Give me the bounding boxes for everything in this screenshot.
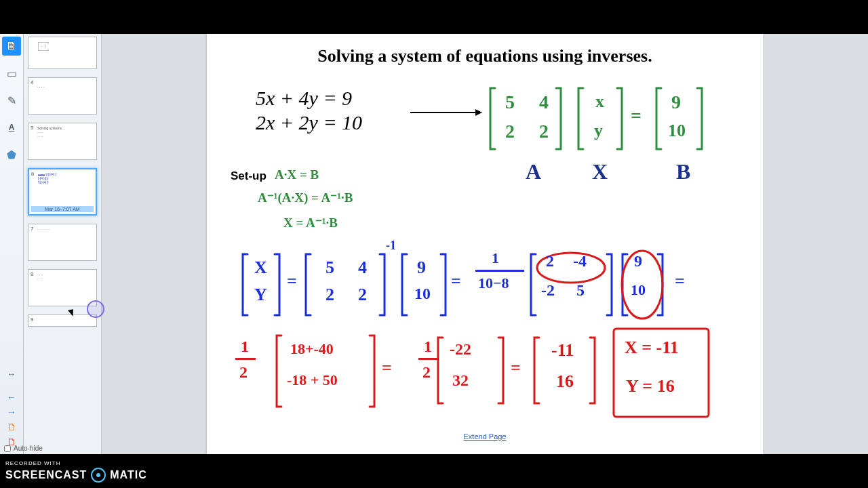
detnum: 1 [492,249,499,267]
label-X: X [592,159,608,184]
m21: 32 [452,371,469,390]
B0: 9 [417,258,426,278]
half1n: 1 [241,338,249,356]
thumbnail[interactable]: 9 [28,314,97,327]
xy-1: Y [254,285,267,305]
add-page-icon[interactable]: 🗋 [4,422,19,434]
A01: 4 [358,258,367,278]
half2n: 1 [424,338,432,356]
A11: 2 [358,285,367,305]
text-tool-icon[interactable]: A [2,118,21,137]
matrix-A-01: 4 [539,92,549,113]
thumbnail[interactable]: 5 Solving systems…··· ······ ··· [28,123,97,160]
shapes-tool-icon[interactable]: ⬟ [2,145,21,164]
whiteboard-page[interactable]: Solving a system of equations using inve… [207,34,763,454]
B1: 10 [414,285,431,303]
recorder-watermark: RECORDED WITH SCREENCAST MATIC [5,460,147,483]
matrix-A-10: 2 [505,121,515,142]
m20: -22 [450,340,471,359]
eq4: = [382,358,392,378]
autohide-label: Auto-hide [24,445,43,452]
setup-l1: A·X = B [275,167,319,182]
eq2: = [451,271,461,291]
m31: 16 [556,371,574,392]
eq1: = [287,271,297,291]
thumbnail[interactable]: 4 - - - - [28,77,97,115]
matrix-X-0: x [595,92,604,112]
setup-l2: A⁻¹(A·X) = A⁻¹·B [258,190,353,205]
B20: 9 [634,252,642,270]
half2bar [418,358,437,360]
adj00: 2 [546,252,554,270]
equation-block: 5x + 4y = 9 2x + 2y = 10 [256,87,362,136]
detden: 10−8 [478,274,509,292]
eq3: = [675,271,685,291]
thumb-number: 7 [31,226,33,232]
A10: 2 [326,285,334,305]
matrix-B-0: 9 [671,92,681,113]
thumbnail[interactable]: 8 ··· ···· ··· [28,269,97,306]
inv-exp: -1 [386,239,396,253]
watermark-logo-icon [91,468,106,483]
half1bar [235,358,256,360]
thumb-number: 4 [31,79,33,85]
prev-arrow-icon[interactable]: ← [4,392,19,404]
matrix-B-1: 10 [668,121,686,141]
thumb-number: 8 [31,271,33,277]
video-top-letterbox [0,0,868,34]
m30: -11 [551,340,574,361]
extend-page-link[interactable]: Extend Page [464,432,507,441]
expand-icon[interactable]: ↔ [2,365,21,384]
label-B: B [676,159,690,184]
setup-l3: X = A⁻¹·B [283,215,338,230]
half2d: 2 [422,363,431,382]
thumb-caption: Mar 16–7:07 AM [31,206,94,212]
thumbnail[interactable]: 7 ·· ··· ·· ··· [28,224,97,261]
select-tool-icon[interactable]: ▭ [2,64,21,83]
half1d: 2 [239,363,248,382]
matrix-X-1: y [594,121,603,141]
arrow-icon [410,112,481,113]
matrix-A-11: 2 [539,121,549,142]
sol1: X = -11 [625,338,679,358]
matrix-A-00: 5 [505,92,515,113]
thumbnail-selected[interactable]: 6 ▬▬ [·][·]=[·][·]=[·][·]½[·]=[·] Mar 16… [28,168,97,216]
page-title: Solving a system of equations using inve… [207,34,763,66]
adj10: -2 [541,281,555,300]
thumb-number: 6 [31,171,34,177]
B21: 10 [631,281,646,299]
xy-0: X [254,258,267,278]
A00: 5 [326,258,334,278]
setup-label: Set-up [231,169,267,183]
m10: 18+-40 [290,340,334,358]
label-A: A [526,159,541,184]
eq5: = [511,358,521,378]
canvas-area: Solving a system of equations using inve… [102,34,868,454]
next-arrow-icon[interactable]: → [4,407,19,419]
autohide-row: Auto-hide [24,443,102,454]
thumbnail-panel: ┌───┐│ ··· │└───┘ 4 - - - - 5 Solving sy… [24,34,102,454]
pen-tool-icon[interactable]: ✎ [2,91,21,110]
left-toolbar: 🗎 ▭ ✎ A ⬟ ↔ ← → 🗋 🗋 [0,34,24,454]
file-tool-icon[interactable]: 🗎 [2,37,21,56]
thumbnail[interactable]: ┌───┐│ ··· │└───┘ [28,37,97,69]
cursor-highlight-icon [87,300,104,318]
workspace: 🗎 ▭ ✎ A ⬟ ↔ ← → 🗋 🗋 ┌───┐│ ··· │└───┘ 4 … [0,34,868,454]
adj01: -4 [573,252,587,270]
equals: = [631,105,642,127]
video-bottom-letterbox: RECORDED WITH SCREENCAST MATIC [0,454,868,488]
nav-arrows: ← → 🗋 🗋 [4,392,19,449]
thumb-number: 9 [31,317,33,323]
fracbar [475,270,524,272]
adj11: 5 [576,281,585,300]
sol2: Y = 16 [626,376,675,396]
m11: -18 + 50 [287,371,338,389]
thumb-number: 5 [31,125,33,131]
